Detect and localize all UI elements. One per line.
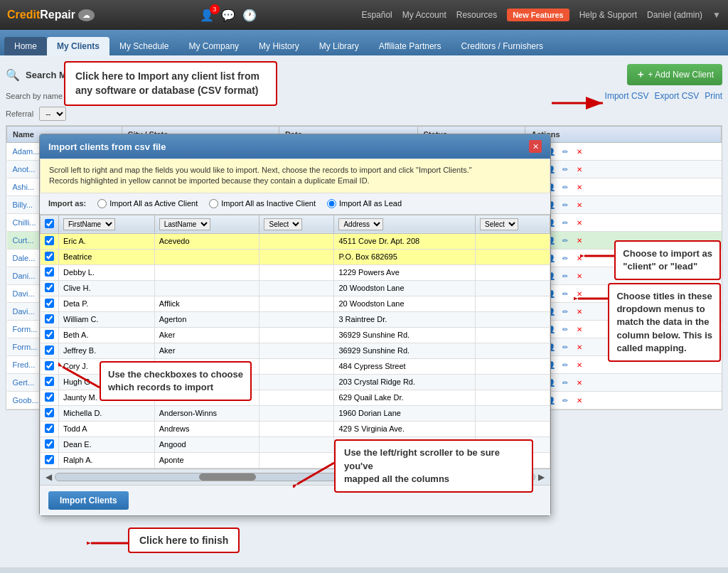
referral-select[interactable]: -- [39, 107, 66, 121]
firstname-select[interactable]: FirstName [63, 218, 115, 230]
modal-table-wrap: FirstName LastName Select Address Select [40, 215, 550, 468]
delete-icon[interactable]: ✕ [574, 323, 585, 335]
row-checkbox[interactable] [45, 392, 54, 402]
edit-icon[interactable]: ✏ [560, 359, 571, 370]
edit-icon[interactable]: ✏ [560, 164, 571, 175]
row-checkbox[interactable] [45, 283, 54, 292]
edit-icon[interactable]: ✏ [560, 377, 571, 388]
referral-row: Referral -- [6, 107, 722, 121]
tab-my-clients[interactable]: My Clients [47, 37, 109, 55]
table-row: Debby L.1229 Powers Ave [41, 264, 550, 280]
delete-icon[interactable]: ✕ [574, 359, 585, 370]
row-checkbox[interactable] [45, 439, 54, 449]
radio-inactive[interactable]: Import All as Inactive Client [209, 199, 316, 208]
table-row: Beth A.Aker36929 Sunshine Rd. [41, 327, 550, 343]
delete-icon[interactable]: ✕ [574, 395, 585, 406]
logo-cloud: ☁ [78, 9, 95, 21]
row-checkbox[interactable] [45, 346, 54, 355]
delete-icon[interactable]: ✕ [574, 146, 585, 157]
row-checkbox[interactable] [45, 236, 54, 245]
address-select[interactable]: Address [338, 218, 383, 230]
radio-active[interactable]: Import All as Active Client [97, 199, 198, 208]
logo: CreditRepair ☁ [7, 9, 95, 21]
import-csv-link[interactable]: Import CSV [605, 91, 649, 101]
edit-icon[interactable]: ✏ [560, 306, 571, 317]
checkbox-callout-text: Use the checkboxes to choosewhich record… [108, 369, 243, 392]
col-select1-dropdown[interactable]: Select [264, 218, 302, 230]
svg-line-9 [297, 463, 334, 484]
edit-icon[interactable]: ✏ [560, 217, 571, 228]
scroll-right-btn[interactable]: ▶ [538, 472, 545, 482]
tab-my-library[interactable]: My Library [309, 37, 369, 55]
delete-icon[interactable]: ✕ [574, 164, 585, 175]
edit-icon[interactable]: ✏ [560, 270, 571, 282]
tab-home[interactable]: Home [4, 37, 47, 55]
delete-icon[interactable]: ✕ [574, 217, 585, 228]
import-as-arrow [580, 249, 616, 267]
import-arrow [552, 92, 609, 116]
print-link[interactable]: Print [705, 91, 722, 101]
tab-affiliate-partners[interactable]: Affiliate Partners [369, 37, 451, 55]
delete-icon[interactable]: ✕ [574, 235, 585, 246]
delete-icon[interactable]: ✕ [574, 341, 585, 353]
row-checkbox[interactable] [45, 408, 54, 417]
edit-icon[interactable]: ✏ [560, 395, 571, 406]
help-support-link[interactable]: Help & Support [579, 10, 637, 20]
table-row: Todd AAndrews429 S Virginia Ave. [41, 421, 550, 437]
notifications-icon[interactable]: 👤 3 [200, 9, 214, 22]
delete-icon[interactable]: ✕ [574, 377, 585, 388]
row-checkbox[interactable] [45, 267, 54, 277]
import-clients-button[interactable]: Import Clients [48, 491, 129, 510]
tab-my-history[interactable]: My History [249, 37, 309, 55]
edit-icon[interactable]: ✏ [560, 252, 571, 264]
row-checkbox[interactable] [45, 299, 54, 308]
row-checkbox[interactable] [45, 252, 54, 261]
modal-close-button[interactable]: ✕ [529, 140, 542, 153]
edit-icon[interactable]: ✏ [560, 288, 571, 299]
messages-icon[interactable]: 💬 [221, 9, 235, 22]
tab-my-schedule[interactable]: My Schedule [109, 37, 178, 55]
plus-icon: ＋ [636, 68, 646, 81]
scroll-left-btn[interactable]: ◀ [46, 472, 52, 482]
row-checkbox[interactable] [45, 377, 54, 386]
edit-icon[interactable]: ✏ [560, 341, 571, 353]
delete-icon[interactable]: ✕ [574, 181, 585, 193]
my-account-link[interactable]: My Account [402, 10, 446, 20]
new-features-button[interactable]: New Features [507, 9, 569, 21]
user-dropdown-icon[interactable]: ▼ [712, 10, 721, 20]
finish-arrow [87, 536, 129, 552]
row-checkbox[interactable] [45, 330, 54, 339]
espanol-link[interactable]: Español [361, 10, 392, 20]
scroll-thumb[interactable] [199, 473, 256, 481]
delete-icon[interactable]: ✕ [574, 199, 585, 210]
radio-lead[interactable]: Import All as Lead [327, 199, 402, 208]
col-select2-dropdown[interactable]: Select [480, 218, 518, 230]
add-client-label: + Add New Client [648, 70, 714, 80]
badge-count: 3 [210, 4, 220, 14]
row-checkbox[interactable] [45, 424, 54, 433]
clock-icon[interactable]: 🕐 [242, 9, 257, 22]
edit-icon[interactable]: ✏ [560, 146, 571, 157]
delete-icon[interactable]: ✕ [574, 270, 585, 282]
edit-icon[interactable]: ✏ [560, 323, 571, 335]
radio-inactive-label: Import All as Inactive Client [221, 199, 316, 208]
row-checkbox[interactable] [45, 361, 54, 370]
search-by-name-label: Search by name [6, 92, 63, 100]
lastname-select[interactable]: LastName [159, 218, 210, 230]
edit-icon[interactable]: ✏ [560, 235, 571, 246]
edit-icon[interactable]: ✏ [560, 199, 571, 210]
tab-my-company[interactable]: My Company [178, 37, 249, 55]
export-csv-link[interactable]: Export CSV [655, 91, 700, 101]
top-right-nav: Español My Account Resources New Feature… [361, 9, 721, 21]
dropdown-callout: Choose titles in thesedropdown menus tom… [608, 283, 721, 362]
resources-link[interactable]: Resources [456, 10, 497, 20]
import-callout-box: Click here to Import any client list fro… [64, 61, 277, 106]
user-menu[interactable]: Daniel (admin) [647, 10, 702, 20]
col-address: Address [334, 215, 476, 233]
row-checkbox[interactable] [45, 455, 54, 464]
row-checkbox[interactable] [45, 314, 54, 323]
add-new-client-button[interactable]: ＋ + Add New Client [627, 64, 722, 85]
select-all-checkbox[interactable] [45, 219, 54, 228]
tab-creditors-furnishers[interactable]: Creditors / Furnishers [451, 37, 553, 55]
edit-icon[interactable]: ✏ [560, 181, 571, 193]
